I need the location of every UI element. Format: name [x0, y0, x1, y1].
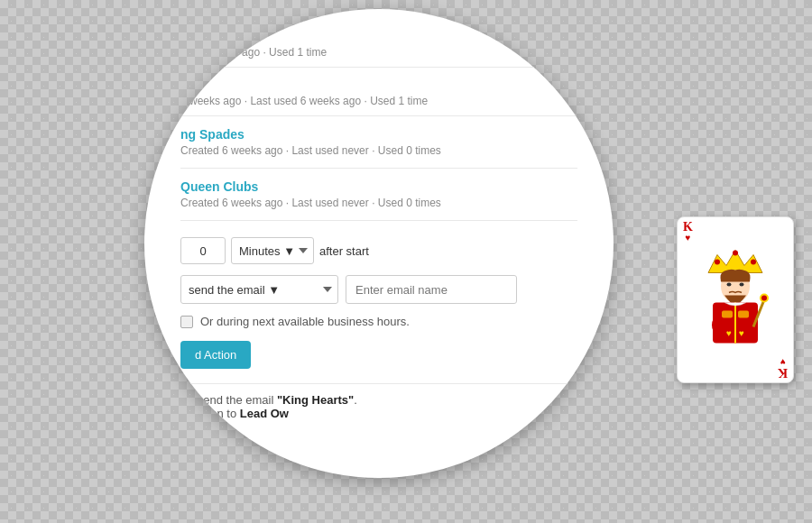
- svg-point-13: [761, 295, 767, 300]
- card-face: K ♥ K ♥: [677, 216, 794, 383]
- svg-text:♥: ♥: [726, 327, 732, 337]
- playing-card-king-hearts: K ♥ K ♥: [677, 216, 794, 383]
- bottom-line1-suffix: .: [354, 393, 357, 407]
- item-meta: 6 weeks ago · Last used 6 weeks ago · Us…: [180, 95, 428, 107]
- list-item: used 3 days ago · Used 1 time: [180, 36, 577, 68]
- time-unit-select[interactable]: Minutes ▼ Hours Days: [231, 237, 314, 264]
- svg-point-14: [712, 316, 723, 334]
- circle-content: used 3 days ago · Used 1 time ts 6 weeks…: [144, 9, 614, 478]
- business-hours-checkbox[interactable]: [180, 316, 193, 328]
- list-item-queen-clubs: Queen Clubs Created 6 weeks ago · Last u…: [180, 169, 577, 221]
- timing-row: Minutes ▼ Hours Days after start: [180, 237, 577, 264]
- suit-label-bottom: ♥: [778, 357, 788, 366]
- card-rank-bottom: K ♥: [778, 357, 788, 379]
- suit-label-top: ♥: [683, 234, 693, 243]
- bottom-line1-bold: "King Hearts": [277, 393, 354, 407]
- bottom-section: art send the email "King Hearts". tifica…: [180, 383, 577, 420]
- card-illustration: ♥ ♥: [699, 245, 771, 344]
- rank-label: K: [683, 220, 693, 234]
- svg-point-3: [751, 259, 756, 264]
- action-type-select[interactable]: send the email ▼ send a notification: [180, 275, 338, 304]
- bottom-line2-prefix: tification to: [180, 407, 240, 420]
- item-meta: Created 6 weeks ago · Last used never · …: [180, 144, 577, 157]
- item-title: ts: [180, 75, 577, 89]
- item-meta: Created 6 weeks ago · Last used never · …: [180, 197, 577, 209]
- svg-text:♥: ♥: [739, 327, 744, 337]
- king-svg: ♥ ♥: [699, 245, 771, 344]
- list-item-king-spades: ng Spades Created 6 weeks ago · Last use…: [180, 116, 577, 169]
- action-form: Minutes ▼ Hours Days after start send th…: [180, 237, 577, 369]
- rank-label-bottom: K: [778, 366, 788, 380]
- card-rank-top: K ♥: [683, 221, 693, 243]
- bottom-line-1: art send the email "King Hearts".: [180, 393, 577, 407]
- add-action-button[interactable]: d Action: [180, 341, 251, 369]
- bottom-line1-prefix: art send the email: [180, 393, 277, 407]
- minutes-number-input[interactable]: [180, 237, 226, 264]
- business-hours-row: Or during next available business hours.: [180, 315, 577, 328]
- svg-rect-10: [738, 310, 749, 317]
- business-hours-label: Or during next available business hours.: [200, 315, 410, 328]
- svg-point-5: [727, 282, 732, 286]
- bottom-line2-bold: Lead Ow: [240, 407, 289, 420]
- svg-rect-9: [722, 310, 733, 317]
- email-action-row: send the email ▼ send a notification: [180, 275, 577, 304]
- list-item: ts 6 weeks ago · Last used 6 weeks ago ·…: [180, 68, 577, 116]
- svg-point-2: [733, 250, 738, 255]
- after-start-label: after start: [319, 244, 369, 258]
- item-meta: used 3 days ago · Used 1 time: [180, 46, 327, 59]
- svg-point-6: [740, 282, 744, 286]
- email-name-input[interactable]: [346, 275, 517, 304]
- item-title: Queen Clubs: [180, 179, 577, 194]
- magnifier-circle: used 3 days ago · Used 1 time ts 6 weeks…: [144, 9, 614, 478]
- item-title: ng Spades: [180, 127, 577, 142]
- bottom-line-2: tification to Lead Ow: [180, 407, 577, 420]
- svg-point-1: [715, 259, 720, 264]
